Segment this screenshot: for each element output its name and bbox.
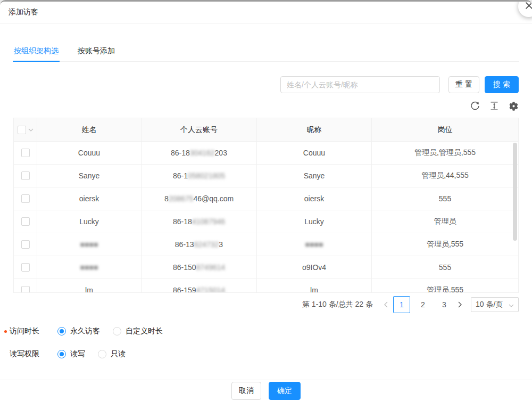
redacted-text: 624732 [194, 240, 219, 249]
redacted-text: 8749614 [196, 263, 226, 272]
cell-text: 203 [215, 149, 227, 157]
table-row: lm86-1594715014lm管理员,555 [14, 279, 518, 292]
table-rows: Couuu86-18304162203Couuu管理员,管理员,555Sanye… [14, 142, 518, 292]
table-scrollbar-thumb[interactable] [513, 143, 517, 241]
settings-gear-icon[interactable] [508, 101, 519, 111]
cell-account: 86-18304162203 [142, 142, 257, 164]
radio-option[interactable]: 永久访客 [57, 326, 100, 336]
option-label: 访问时长 [10, 326, 57, 336]
refresh-icon[interactable] [470, 101, 480, 111]
radio-label: 只读 [111, 349, 126, 359]
pagination-summary: 第 1-10 条/总共 22 条 [302, 300, 373, 309]
cell-position: 555 [372, 256, 518, 279]
pagination: 第 1-10 条/总共 22 条 123 10 条/页 [302, 296, 519, 313]
cell-text: 管理员,555 [427, 240, 463, 249]
cell-text: lm [85, 286, 93, 292]
page-size-select[interactable]: 10 条/页 [471, 297, 519, 312]
chevron-down-icon[interactable] [28, 128, 34, 132]
cell-position: 管理员,555 [372, 279, 518, 292]
table-row: Lucky86-1841087946Lucky管理员 [14, 210, 518, 233]
radio-unselected-icon[interactable] [98, 350, 106, 358]
row-checkbox[interactable] [21, 263, 30, 272]
column-height-icon[interactable] [489, 101, 500, 111]
redacted-text: ■■■■ [305, 240, 323, 249]
cell-position: 管理员,44,555 [372, 165, 518, 187]
prev-page-icon[interactable] [380, 296, 391, 313]
search-input[interactable] [280, 76, 440, 93]
row-checkbox-cell [14, 187, 37, 210]
cell-position: 管理员 [372, 210, 518, 233]
row-checkbox-cell [14, 233, 37, 256]
page-1[interactable]: 1 [393, 296, 410, 313]
table-row: ■■■■86-1508749614o9IOv4555 [14, 256, 518, 279]
page-3[interactable]: 3 [436, 296, 453, 313]
cell-text: 555 [439, 194, 451, 203]
row-checkbox[interactable] [21, 171, 30, 180]
cell-text: oiersk [79, 194, 99, 203]
redacted-text: ■■■■ [80, 263, 98, 272]
reset-button[interactable]: 重 置 [448, 76, 479, 93]
table-tools [470, 101, 519, 111]
row-checkbox[interactable] [21, 286, 30, 292]
radio-option[interactable]: 自定义时长 [113, 326, 163, 336]
cell-text: 8 [164, 194, 169, 203]
column-header: 姓名 [37, 118, 142, 141]
table-header: 姓名个人云账号昵称岗位 [14, 118, 518, 142]
select-all-checkbox[interactable] [18, 126, 26, 134]
page-size-value: 10 条/页 [476, 300, 503, 309]
redacted-text: 208675 [169, 194, 194, 203]
radio-option[interactable]: 读写 [57, 349, 85, 359]
cell-name: oiersk [37, 187, 142, 210]
cell-nickname: Couuu [257, 142, 372, 164]
cell-name: Couuu [37, 142, 142, 164]
row-checkbox-cell [14, 210, 37, 233]
cell-name: ■■■■ [37, 233, 142, 256]
table-row: oiersk820867546@qq.comoiersk555 [14, 187, 518, 210]
row-checkbox[interactable] [21, 240, 30, 249]
tab-by-org-structure[interactable]: 按组织架构选 [13, 42, 60, 62]
radio-unselected-icon[interactable] [113, 327, 121, 335]
next-page-icon[interactable] [455, 296, 466, 313]
tab-by-account[interactable]: 按账号添加 [77, 42, 116, 61]
cell-nickname: o9IOv4 [257, 256, 372, 279]
cell-text: Sanye [304, 171, 325, 180]
column-header: 个人云账号 [142, 118, 257, 141]
cell-text: 管理员,44,555 [421, 171, 469, 181]
redacted-text: ■■■■ [80, 240, 98, 249]
cancel-button[interactable]: 取消 [231, 382, 261, 400]
radio-selected-icon[interactable] [57, 327, 66, 335]
row-checkbox[interactable] [21, 217, 30, 226]
cell-nickname: ■■■■ [257, 233, 372, 256]
cell-text: 管理员,555 [427, 285, 463, 292]
cell-text: Lucky [304, 217, 324, 226]
row-checkbox-cell [14, 279, 37, 292]
cell-nickname: Lucky [257, 210, 372, 233]
row-checkbox[interactable] [21, 194, 30, 203]
cell-text: o9IOv4 [302, 263, 326, 272]
confirm-button[interactable]: 确定 [269, 382, 301, 400]
cell-nickname: oiersk [257, 187, 372, 210]
cell-name: Lucky [37, 210, 142, 233]
page-2[interactable]: 2 [414, 296, 431, 313]
cell-text: 46@qq.com [193, 194, 234, 203]
cell-name: Sanye [37, 165, 142, 187]
dialog-title: 添加访客 [9, 7, 38, 17]
cell-text: 86-18 [173, 217, 192, 226]
radio-label: 读写 [70, 349, 85, 359]
radio-selected-icon[interactable] [57, 350, 66, 358]
cell-position: 管理员,管理员,555 [372, 142, 518, 164]
row-checkbox-cell [14, 165, 37, 187]
cell-position: 555 [372, 187, 518, 210]
cell-account: 86-136247323 [142, 233, 257, 256]
cell-text: 86-1 [173, 171, 188, 180]
row-checkbox[interactable] [21, 149, 30, 157]
cell-nickname: Sanye [257, 165, 372, 187]
radio-option[interactable]: 只读 [98, 349, 126, 359]
row-checkbox-cell [14, 142, 37, 164]
column-header: 岗位 [372, 118, 518, 141]
cell-text: oiersk [304, 194, 324, 203]
search-button[interactable]: 搜 索 [485, 76, 519, 93]
cell-text: Sanye [79, 171, 100, 180]
cell-text: Lucky [79, 217, 99, 226]
required-mark [4, 330, 7, 333]
